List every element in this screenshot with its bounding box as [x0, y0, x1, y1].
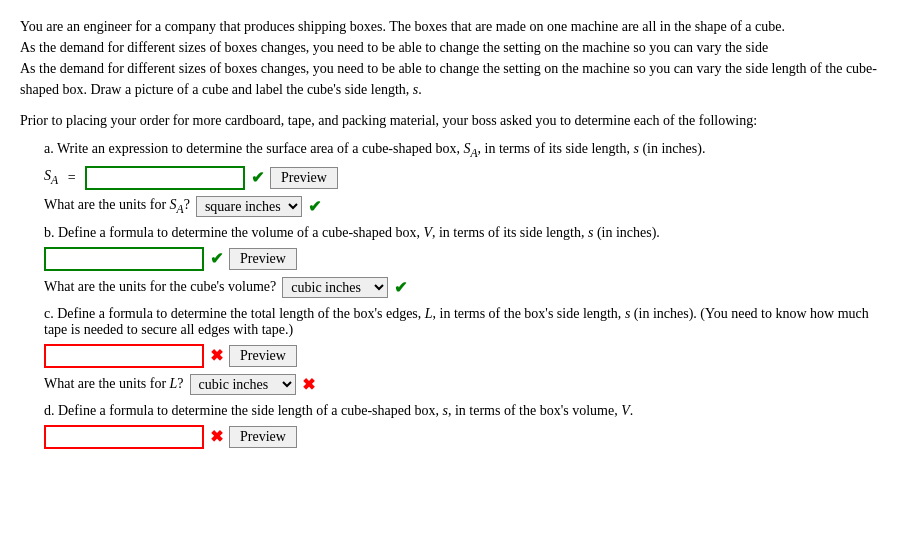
section-a-units-select[interactable]: square inches cubic inches inches: [196, 196, 302, 217]
section-d-input-row: v=(s^3)^(1/3) ✖ Preview: [44, 425, 879, 449]
section-a-text: a. Write an expression to determine the …: [44, 141, 879, 160]
section-b: b. Define a formula to determine the vol…: [44, 225, 879, 298]
section-c-units-row: What are the units for L? cubic inches s…: [44, 374, 879, 395]
section-c-preview-button[interactable]: Preview: [229, 345, 297, 367]
intro-block: You are an engineer for a company that p…: [20, 16, 879, 100]
section-b-units-check-icon: ✔: [394, 278, 407, 297]
section-b-input-row: v=s^3 ✔ Preview: [44, 247, 879, 271]
section-c-text: c. Define a formula to determine the tot…: [44, 306, 879, 338]
section-b-check-icon: ✔: [210, 249, 223, 268]
section-b-text: b. Define a formula to determine the vol…: [44, 225, 879, 241]
section-b-input[interactable]: v=s^3: [44, 247, 204, 271]
section-c-units-cross-icon: ✖: [302, 375, 315, 394]
section-a-input[interactable]: 6 * s^2: [85, 166, 245, 190]
section-a-equation-label: SA: [44, 168, 58, 187]
section-b-preview-button[interactable]: Preview: [229, 248, 297, 270]
section-b-units-question: What are the units for the cube's volume…: [44, 279, 276, 295]
section-a: a. Write an expression to determine the …: [44, 141, 879, 217]
section-c-input[interactable]: l=3s: [44, 344, 204, 368]
section-a-check-icon: ✔: [251, 168, 264, 187]
section-d: d. Define a formula to determine the sid…: [44, 403, 879, 449]
prior-text: Prior to placing your order for more car…: [20, 110, 879, 131]
section-c-input-row: l=3s ✖ Preview: [44, 344, 879, 368]
section-d-cross-icon: ✖: [210, 427, 223, 446]
intro-line2: As the demand for different sizes of box…: [20, 37, 879, 58]
section-d-input[interactable]: v=(s^3)^(1/3): [44, 425, 204, 449]
intro-line1: You are an engineer for a company that p…: [20, 16, 879, 37]
section-c-cross-icon: ✖: [210, 346, 223, 365]
intro-line3: As the demand for different sizes of box…: [20, 58, 879, 100]
section-d-text: d. Define a formula to determine the sid…: [44, 403, 879, 419]
section-a-input-row: SA = 6 * s^2 ✔ Preview: [44, 166, 879, 190]
section-b-units-select[interactable]: cubic inches square inches inches: [282, 277, 388, 298]
section-a-equals: =: [64, 170, 79, 186]
section-c-units-select[interactable]: cubic inches square inches inches: [190, 374, 296, 395]
section-a-units-row: What are the units for SA? square inches…: [44, 196, 879, 217]
section-c-units-question: What are the units for L?: [44, 376, 184, 392]
section-c: c. Define a formula to determine the tot…: [44, 306, 879, 395]
section-a-preview-button[interactable]: Preview: [270, 167, 338, 189]
section-a-units-check-icon: ✔: [308, 197, 321, 216]
section-b-units-row: What are the units for the cube's volume…: [44, 277, 879, 298]
section-d-preview-button[interactable]: Preview: [229, 426, 297, 448]
section-a-units-question: What are the units for SA?: [44, 197, 190, 216]
